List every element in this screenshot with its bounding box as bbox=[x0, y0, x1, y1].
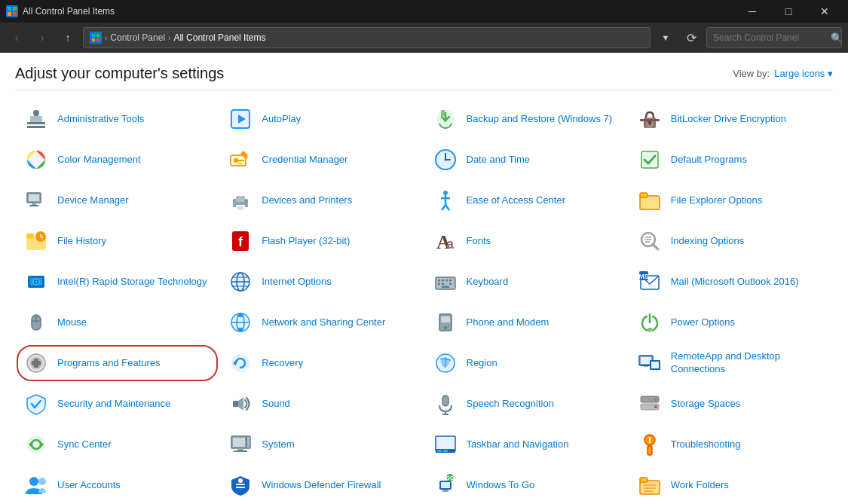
svg-rect-26 bbox=[238, 160, 244, 161]
intel-rapid-icon bbox=[23, 268, 50, 295]
control-item-autoplay[interactable]: AutoPlay bbox=[219, 99, 424, 139]
control-item-troubleshoot[interactable]: Troubleshooting bbox=[629, 425, 833, 464]
refresh-button[interactable]: ⟳ bbox=[681, 27, 702, 48]
control-item-speech[interactable]: Speech Recognition bbox=[424, 384, 629, 423]
control-item-windefender[interactable]: Windows Defender Firewall bbox=[219, 466, 424, 504]
default-programs-icon bbox=[636, 146, 663, 173]
control-item-admin-tools[interactable]: Administrative Tools bbox=[15, 99, 219, 139]
windefender-label: Windows Defender Firewall bbox=[262, 479, 381, 492]
svg-point-25 bbox=[234, 158, 238, 163]
view-by-section: View by: Large icons ▾ bbox=[733, 68, 833, 79]
user-accounts-icon bbox=[23, 472, 50, 499]
svg-rect-79 bbox=[445, 279, 448, 282]
svg-text:a: a bbox=[446, 237, 455, 252]
sound-icon bbox=[227, 390, 254, 417]
search-box[interactable]: 🔍 bbox=[706, 27, 842, 48]
control-item-ease-access[interactable]: Ease of Access Center bbox=[424, 181, 629, 220]
svg-rect-35 bbox=[29, 194, 39, 201]
svg-rect-41 bbox=[237, 206, 243, 208]
control-item-sound[interactable]: Sound bbox=[219, 384, 424, 423]
svg-rect-127 bbox=[233, 438, 245, 447]
forward-button[interactable]: › bbox=[32, 27, 53, 48]
path-control-panel[interactable]: Control Panel bbox=[110, 32, 165, 43]
sync-center-label: Sync Center bbox=[57, 438, 112, 451]
minimize-button[interactable]: ─ bbox=[735, 0, 770, 23]
control-item-bitlocker[interactable]: BitLocker Drive Encryption bbox=[629, 99, 833, 139]
svg-rect-145 bbox=[441, 482, 450, 488]
control-item-flash-player[interactable]: fFlash Player (32-bit) bbox=[219, 221, 424, 261]
mouse-label: Mouse bbox=[57, 316, 87, 329]
datetime-label: Date and Time bbox=[467, 154, 531, 166]
control-item-datetime[interactable]: Date and Time bbox=[424, 140, 629, 179]
region-icon bbox=[432, 350, 459, 377]
control-item-workfolders[interactable]: Work Folders bbox=[629, 466, 833, 504]
control-item-security[interactable]: Security and Maintenance bbox=[15, 384, 219, 423]
control-item-remoteapp[interactable]: RemoteApp and Desktop Connections bbox=[629, 344, 833, 383]
view-by-label: View by: bbox=[733, 68, 770, 79]
control-item-power[interactable]: Power Options bbox=[629, 303, 833, 342]
control-item-user-accounts[interactable]: User Accounts bbox=[15, 466, 219, 504]
control-item-keyboard[interactable]: Keyboard bbox=[424, 262, 629, 301]
backup-label: Backup and Restore (Windows 7) bbox=[467, 113, 613, 126]
maximize-button[interactable]: □ bbox=[771, 0, 806, 23]
address-path[interactable]: › Control Panel › All Control Panel Item… bbox=[83, 27, 651, 48]
control-item-taskbar-nav[interactable]: Taskbar and Navigation bbox=[424, 425, 629, 464]
indexing-icon bbox=[636, 228, 663, 255]
device-mgr-icon bbox=[23, 187, 50, 214]
svg-point-139 bbox=[29, 477, 38, 486]
svg-rect-9 bbox=[27, 126, 45, 128]
svg-rect-82 bbox=[442, 283, 444, 286]
control-item-fonts[interactable]: AaFonts bbox=[424, 221, 629, 261]
phone-modem-icon bbox=[432, 309, 459, 336]
title-bar-left: All Control Panel Items bbox=[6, 5, 115, 17]
up-button[interactable]: ↑ bbox=[57, 27, 78, 48]
svg-point-137 bbox=[649, 441, 651, 443]
control-item-indexing[interactable]: Indexing Options bbox=[629, 221, 833, 261]
control-item-device-mgr[interactable]: Device Manager bbox=[15, 181, 219, 220]
control-item-file-explorer[interactable]: File Explorer Options bbox=[629, 181, 833, 220]
svg-text:MS: MS bbox=[638, 273, 649, 280]
devices-printers-label: Devices and Printers bbox=[262, 194, 352, 207]
control-item-mouse[interactable]: Mouse bbox=[15, 303, 219, 342]
control-item-internet-options[interactable]: Internet Options bbox=[219, 262, 424, 301]
control-item-devices-printers[interactable]: Devices and Printers bbox=[219, 181, 424, 220]
control-item-programs-features[interactable]: Programs and Features bbox=[15, 344, 219, 383]
control-item-file-history[interactable]: File History bbox=[15, 221, 219, 261]
control-item-credential[interactable]: Credential Manager bbox=[219, 140, 424, 179]
view-mode-link[interactable]: Large icons ▾ bbox=[774, 68, 833, 79]
control-item-sync-center[interactable]: Sync Center bbox=[15, 425, 219, 464]
control-item-default-programs[interactable]: Default Programs bbox=[629, 140, 833, 179]
control-item-region[interactable]: Region bbox=[424, 344, 629, 383]
svg-rect-7 bbox=[96, 38, 99, 41]
svg-rect-114 bbox=[233, 401, 238, 407]
svg-rect-138 bbox=[647, 446, 652, 455]
control-item-backup[interactable]: Backup and Restore (Windows 7) bbox=[424, 99, 629, 139]
autoplay-icon bbox=[227, 105, 254, 133]
control-item-system[interactable]: System bbox=[219, 425, 424, 464]
control-item-phone-modem[interactable]: Phone and Modem bbox=[424, 303, 629, 342]
file-history-label: File History bbox=[57, 235, 106, 248]
address-end: ▼ ⟳ bbox=[655, 27, 702, 48]
control-item-color-mgmt[interactable]: Color Management bbox=[15, 140, 219, 179]
control-item-mail[interactable]: MSMail (Microsoft Outlook 2016) bbox=[629, 262, 833, 301]
svg-rect-100 bbox=[647, 328, 652, 331]
svg-rect-36 bbox=[32, 203, 36, 205]
control-item-network-sharing[interactable]: Network and Sharing Center bbox=[219, 303, 424, 342]
control-item-recovery[interactable]: Recovery bbox=[219, 344, 424, 383]
color-mgmt-label: Color Management bbox=[57, 154, 141, 166]
workfolders-label: Work Folders bbox=[671, 479, 729, 492]
control-item-wingo[interactable]: GOWindows To Go bbox=[424, 466, 629, 504]
taskbar-nav-icon bbox=[432, 431, 459, 458]
back-button[interactable]: ‹ bbox=[6, 27, 27, 48]
dropdown-button[interactable]: ▼ bbox=[655, 27, 676, 48]
svg-rect-6 bbox=[92, 38, 95, 41]
control-item-intel-rapid[interactable]: Intel(R) Rapid Storage Technology bbox=[15, 262, 219, 301]
admin-tools-label: Administrative Tools bbox=[57, 113, 144, 126]
close-button[interactable]: ✕ bbox=[807, 0, 842, 23]
search-input[interactable] bbox=[713, 32, 826, 43]
path-icon bbox=[90, 32, 102, 44]
search-icon: 🔍 bbox=[831, 32, 843, 44]
control-item-storage[interactable]: Storage Spaces bbox=[629, 384, 833, 423]
file-history-icon bbox=[23, 228, 50, 255]
power-label: Power Options bbox=[671, 316, 735, 329]
